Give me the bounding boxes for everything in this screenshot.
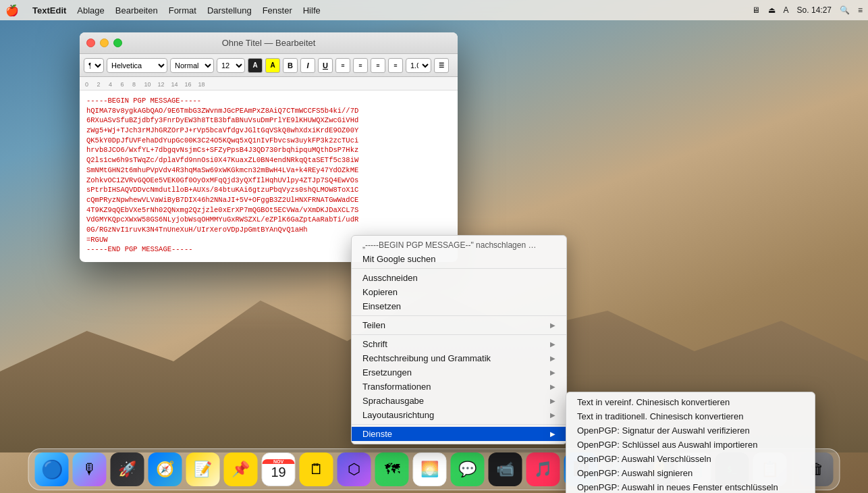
cm-cut-label: Ausschneiden xyxy=(362,273,418,283)
menubar-right: 🖥 ⏏ A So. 14:27 🔍 ≡ xyxy=(752,5,863,15)
menubar-format[interactable]: Format xyxy=(163,5,202,16)
cm-share-item[interactable]: Teilen ▶ xyxy=(352,318,566,332)
dock-safari[interactable]: 🧭 xyxy=(148,452,183,487)
menubar-ablage[interactable]: Ablage xyxy=(72,5,109,16)
cm-speech-label: Sprachausgabe xyxy=(362,396,424,406)
cm-transformations-arrow: ▶ xyxy=(550,383,555,390)
sub-openpgp-sign-label: OpenPGP: Auswahl signieren xyxy=(577,468,693,478)
cm-services-arrow: ▶ xyxy=(550,430,555,438)
window-title: Ohne Titel — Bearbeitet xyxy=(222,38,316,48)
dock-facetime[interactable]: 📹 xyxy=(488,452,523,487)
cm-substitutions-arrow: ▶ xyxy=(550,369,555,376)
cm-font-item[interactable]: Schrift ▶ xyxy=(352,337,566,351)
cm-transformations-item[interactable]: Transformationen ▶ xyxy=(352,380,566,394)
menubar-monitor-icon: 🖥 xyxy=(752,5,760,15)
menubar-search-icon[interactable]: 🔍 xyxy=(840,5,850,15)
window-controls xyxy=(86,38,122,47)
cm-lookup-label: „-----BEGIN PGP MESSAGE--" nachschlagen … xyxy=(362,240,536,250)
sub-chinese-traditional[interactable]: Text in traditionell. Chinesisch konvert… xyxy=(566,409,815,423)
window-maximize-button[interactable] xyxy=(113,38,122,47)
sub-openpgp-import[interactable]: OpenPGP: Schlüssel aus Auswahl importier… xyxy=(566,438,815,452)
font-color-button[interactable]: A xyxy=(248,58,263,73)
menubar-darstellung[interactable]: Darstellung xyxy=(202,5,257,16)
cm-sep-2 xyxy=(352,315,566,316)
underline-button[interactable]: U xyxy=(318,58,333,73)
dock-launchpad[interactable]: 🚀 xyxy=(110,452,145,487)
window-close-button[interactable] xyxy=(86,38,95,47)
sub-openpgp-encrypt-label: OpenPGP: Auswahl Verschlüsseln xyxy=(577,454,711,464)
sub-openpgp-decrypt-new-window[interactable]: OpenPGP: Auswahl in neues Fenster entsch… xyxy=(566,480,815,493)
cm-share-arrow: ▶ xyxy=(550,321,555,329)
cm-spelling-label: Rechtschreibung und Grammatik xyxy=(362,353,491,363)
dock-photos[interactable]: 🌅 xyxy=(412,452,447,487)
cm-speech-arrow: ▶ xyxy=(550,397,555,405)
sub-openpgp-verify-label: OpenPGP: Signatur der Auswahl verifizier… xyxy=(577,425,750,436)
cm-paste-item[interactable]: Einsetzen xyxy=(352,299,566,313)
italic-button[interactable]: I xyxy=(300,58,315,73)
dock-notes2[interactable]: 📝 xyxy=(186,452,221,487)
list-button[interactable]: ☰ xyxy=(434,58,449,73)
dock-calendar[interactable]: NOV 19 xyxy=(261,452,296,487)
cm-sep-4 xyxy=(352,424,566,425)
menubar-bearbeiten[interactable]: Bearbeiten xyxy=(110,5,163,16)
dock-stickies[interactable]: 📌 xyxy=(223,452,259,487)
menubar-list-icon[interactable]: ≡ xyxy=(858,5,863,15)
cm-services-label: Dienste xyxy=(362,429,392,439)
font-style-select[interactable]: Normal xyxy=(170,58,214,73)
cm-sep-1 xyxy=(352,268,566,269)
toolbar: ¶ Helvetica Normal 12 A A B I U ≡ ≡ ≡ ≡ … xyxy=(80,54,458,77)
sub-chinese-traditional-label: Text in traditionell. Chinesisch konvert… xyxy=(577,411,743,421)
cm-layout-arrow: ▶ xyxy=(550,411,555,419)
line-spacing-select[interactable]: 1.0 xyxy=(406,58,431,73)
sub-openpgp-decrypt-new-window-label: OpenPGP: Auswahl in neues Fenster entsch… xyxy=(577,482,778,492)
dock-maps[interactable]: 🗺 xyxy=(375,452,410,487)
paragraph-style-select[interactable]: ¶ xyxy=(84,58,104,73)
window-titlebar: Ohne Titel — Bearbeitet xyxy=(80,32,458,54)
cm-speech-item[interactable]: Sprachausgabe ▶ xyxy=(352,394,566,408)
sub-openpgp-encrypt[interactable]: OpenPGP: Auswahl Verschlüsseln xyxy=(566,452,815,466)
font-size-select[interactable]: 12 xyxy=(217,58,245,73)
dock-notes[interactable]: 🗒 xyxy=(299,452,334,487)
align-right-button[interactable]: ≡ xyxy=(371,58,385,73)
cm-copy-item[interactable]: Kopieren xyxy=(352,285,566,299)
cm-spelling-item[interactable]: Rechtschreibung und Grammatik ▶ xyxy=(352,351,566,365)
cm-services-item[interactable]: Dienste ▶ xyxy=(352,427,566,441)
sub-chinese-simplified[interactable]: Text in vereinf. Chinesisch konvertieren xyxy=(566,395,815,409)
justify-button[interactable]: ≡ xyxy=(388,58,403,73)
menubar-hilfe[interactable]: Hilfe xyxy=(298,5,326,16)
dock-music[interactable]: 🎵 xyxy=(526,452,561,487)
dock-siri[interactable]: 🎙 xyxy=(72,452,107,487)
cm-transformations-label: Transformationen xyxy=(362,382,431,392)
cm-sep-3 xyxy=(352,334,566,335)
menubar-time: So. 14:27 xyxy=(797,5,832,15)
dock-messages[interactable]: 💬 xyxy=(450,452,485,487)
highlight-button[interactable]: A xyxy=(265,58,280,73)
cm-share-label: Teilen xyxy=(362,320,385,330)
menubar-app-name[interactable]: TextEdit xyxy=(27,5,72,16)
cm-substitutions-item[interactable]: Ersetzungen ▶ xyxy=(352,365,566,380)
cm-font-arrow: ▶ xyxy=(550,340,555,348)
font-select[interactable]: Helvetica xyxy=(107,58,167,73)
bold-button[interactable]: B xyxy=(283,58,298,73)
cm-layout-label: Layoutausrichtung xyxy=(362,410,434,420)
cm-google-item[interactable]: Mit Google suchen xyxy=(352,252,566,266)
sub-chinese-simplified-label: Text in vereinf. Chinesisch konvertieren xyxy=(577,397,730,407)
window-minimize-button[interactable] xyxy=(100,38,109,47)
cm-layout-item[interactable]: Layoutausrichtung ▶ xyxy=(352,408,566,422)
sub-openpgp-verify[interactable]: OpenPGP: Signatur der Auswahl verifizier… xyxy=(566,423,815,438)
apple-menu[interactable]: 🍎 xyxy=(5,4,19,17)
cm-google-label: Mit Google suchen xyxy=(362,254,435,264)
cm-cut-item[interactable]: Ausschneiden xyxy=(352,271,566,285)
sub-openpgp-import-label: OpenPGP: Schlüssel aus Auswahl importier… xyxy=(577,440,757,450)
menubar: 🍎 TextEdit Ablage Bearbeiten Format Dars… xyxy=(0,0,868,20)
dock-finder[interactable]: 🔵 xyxy=(34,452,70,487)
align-left-button[interactable]: ≡ xyxy=(335,58,350,73)
context-menu-main: „-----BEGIN PGP MESSAGE--" nachschlagen … xyxy=(351,235,567,444)
menubar-fenster[interactable]: Fenster xyxy=(257,5,298,16)
cm-spelling-arrow: ▶ xyxy=(550,355,555,362)
cm-font-label: Schrift xyxy=(362,339,387,349)
cm-lookup-item[interactable]: „-----BEGIN PGP MESSAGE--" nachschlagen … xyxy=(352,238,566,252)
sub-openpgp-sign[interactable]: OpenPGP: Auswahl signieren xyxy=(566,466,815,480)
align-center-button[interactable]: ≡ xyxy=(353,58,368,73)
dock-launchpad2[interactable]: ⬡ xyxy=(337,452,372,487)
